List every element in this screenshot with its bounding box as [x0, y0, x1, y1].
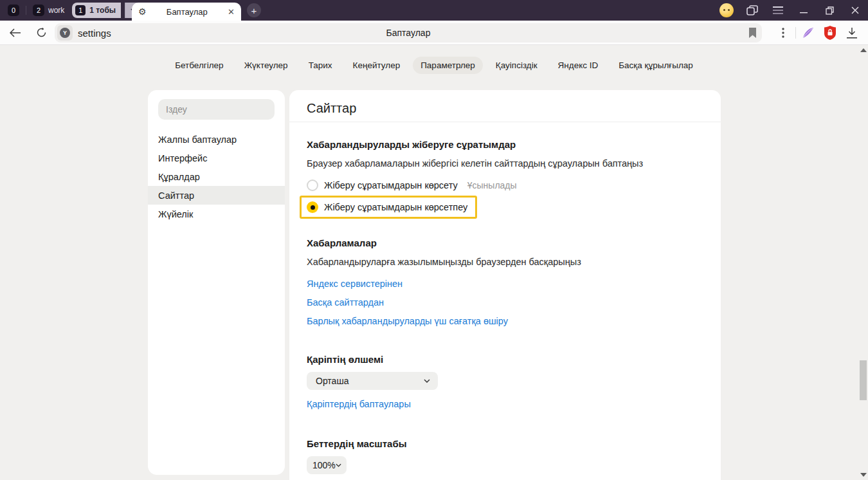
sidebar-item-tools[interactable]: Құралдар — [158, 167, 275, 186]
section-title-notification-requests: Хабарландыруларды жіберуге сұратымдар — [307, 138, 703, 151]
nav-tab-other-devices[interactable]: Басқа құрылғылар — [611, 57, 701, 74]
window-restore-button[interactable] — [817, 0, 842, 21]
page-scrollbar[interactable] — [859, 45, 868, 480]
sidebar-menu: Жалпы баптаулар Интерфейс Құралдар Сайтт… — [158, 130, 275, 223]
workspace-badge[interactable]: 2 — [33, 5, 44, 16]
link-yandex-services[interactable]: Яндекс сервистерінен — [307, 277, 402, 290]
address-url[interactable]: settings — [78, 28, 111, 39]
address-page-title: Баптаулар — [55, 28, 762, 38]
browser-tab-settings[interactable]: ⚙ Баптаулар ✕ — [132, 3, 241, 21]
nav-tab-yandex-id[interactable]: Яндекс ID — [550, 57, 606, 74]
workspace-label[interactable]: work — [48, 6, 64, 15]
page-zoom-select[interactable]: 100% — [307, 456, 347, 474]
feather-extension-icon[interactable] — [797, 23, 819, 42]
gear-icon: ⚙ — [138, 7, 147, 16]
settings-nav: Бетбелгілер Жүктеулер Тарих Кеңейтулер П… — [0, 57, 868, 74]
more-options-icon[interactable] — [772, 23, 794, 42]
workspace-badge: 1 — [75, 5, 86, 15]
chevron-down-icon — [336, 463, 341, 467]
radio-unselected-icon[interactable] — [307, 180, 318, 191]
section-title-font-size: Қаріптің өлшемі — [307, 353, 703, 366]
sidebar-item-interface[interactable]: Интерфейс — [158, 149, 275, 167]
radio-option-show-requests[interactable]: Жіберу сұратымдарын көрсету Ұсынылады — [307, 178, 703, 192]
nav-tab-downloads[interactable]: Жүктеулер — [237, 57, 296, 74]
radio-selected-icon[interactable] — [307, 201, 318, 213]
window-minimize-button[interactable] — [791, 0, 817, 21]
section-title-page-zoom: Беттердің масштабы — [307, 438, 703, 450]
section-description: Хабарландыруларға жазылымыңызды браузерд… — [307, 255, 703, 268]
download-icon[interactable] — [841, 23, 863, 42]
yandex-browser-icon: Y — [60, 28, 70, 38]
radio-label: Жіберу сұратымдарын көрсету — [324, 180, 458, 190]
link-font-settings[interactable]: Қаріптердің баптаулары — [307, 398, 411, 411]
nav-tab-settings[interactable]: Параметрлер — [413, 57, 483, 74]
divider — [795, 27, 796, 39]
workspace-label: 1 тобы — [89, 6, 116, 15]
nav-tab-security[interactable]: Қауіпсіздік — [488, 57, 545, 74]
avatar — [719, 3, 734, 17]
link-other-sites[interactable]: Басқа сайттардан — [307, 296, 384, 309]
scrollbar-thumb[interactable] — [860, 360, 867, 400]
window-close-button[interactable] — [842, 0, 868, 21]
sidebar-item-general[interactable]: Жалпы баптаулар — [158, 130, 275, 149]
automation-highlight: Жіберу сұратымдарын көрсетпеу — [300, 196, 477, 219]
reload-icon[interactable] — [30, 23, 53, 42]
section-description: Браузер хабарламаларын жібергісі келетін… — [307, 157, 703, 170]
side-panels-icon[interactable] — [739, 0, 765, 21]
scroll-up-icon[interactable] — [860, 48, 867, 52]
sidebar-item-sites[interactable]: Сайттар — [148, 186, 285, 205]
protect-shield-icon[interactable] — [819, 23, 841, 42]
radio-option-hide-requests[interactable]: Жіберу сұратымдарын көрсетпеу — [307, 200, 467, 214]
scroll-down-icon[interactable] — [860, 473, 867, 477]
nav-tab-history[interactable]: Тарих — [301, 57, 340, 74]
radio-label: Жіберу сұратымдарын көрсетпеу — [324, 202, 467, 212]
tab-title: Баптаулар — [147, 7, 228, 17]
section-title-notifications: Хабарламалар — [307, 237, 703, 250]
tab-close-icon[interactable]: ✕ — [228, 7, 235, 17]
browser-toolbar: Y settings Баптаулар — [0, 21, 868, 45]
select-value: 100% — [312, 460, 336, 470]
back-icon[interactable] — [4, 23, 27, 42]
nav-tab-bookmarks[interactable]: Бетбелгілер — [167, 57, 231, 74]
settings-content: Сайттар Хабарландыруларды жіберуге сұрат… — [289, 90, 721, 480]
notification-links: Яндекс сервистерінен Басқа сайттардан Ба… — [307, 272, 703, 328]
workspace-switcher: 0 2 work 1 1 тобы — [0, 0, 141, 21]
chevron-down-icon — [424, 379, 430, 383]
recommended-badge: Ұсынылады — [467, 180, 517, 190]
divider — [26, 6, 26, 15]
bookmark-icon[interactable] — [748, 28, 757, 38]
address-bar[interactable]: Y settings Баптаулар — [55, 23, 762, 42]
new-tab-button[interactable]: + — [247, 3, 261, 17]
window-titlebar: 0 2 work 1 1 тобы ⚙ Баптаулар ✕ + — [0, 0, 868, 21]
select-value: Орташа — [316, 376, 348, 386]
workspace-item-active[interactable]: 1 1 тобы — [72, 3, 121, 18]
sidebar-item-system[interactable]: Жүйелік — [158, 205, 275, 223]
workspace-item[interactable]: 0 — [8, 5, 19, 16]
divider — [289, 122, 721, 122]
nav-tab-extensions[interactable]: Кеңейтулер — [345, 57, 408, 74]
link-mute-all-3h[interactable]: Барлық хабарландыруларды үш сағатқа өшір… — [307, 315, 508, 328]
profile-avatar[interactable] — [714, 0, 739, 21]
font-size-select[interactable]: Орташа — [307, 372, 438, 390]
site-favicon: Y — [57, 25, 73, 41]
search-input[interactable] — [158, 99, 275, 120]
menu-hamburger-icon[interactable] — [765, 0, 791, 21]
page-title: Сайттар — [307, 99, 703, 117]
settings-sidebar: Жалпы баптаулар Интерфейс Құралдар Сайтт… — [148, 90, 285, 475]
